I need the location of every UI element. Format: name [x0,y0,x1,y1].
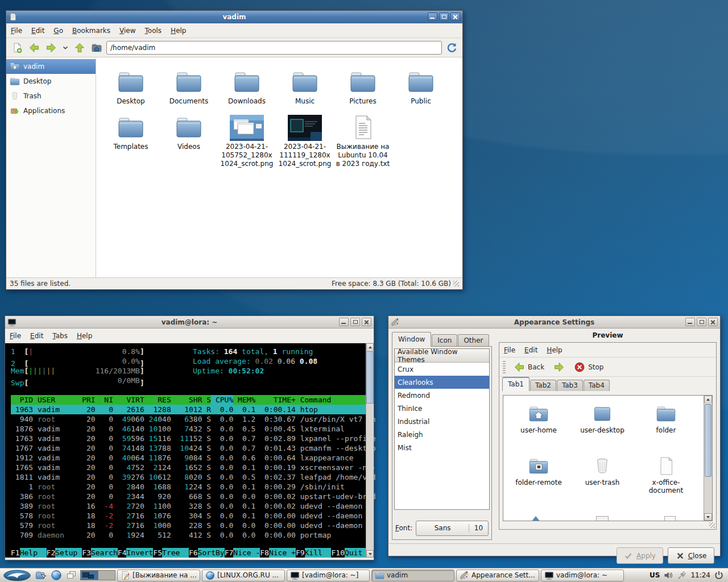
menu-item[interactable]: Help [542,344,566,356]
process-row[interactable]: 389root16-427201100328S0.00.10:00.02udev… [11,501,366,511]
start-menu-button[interactable] [2,569,32,581]
taskbar-task-button[interactable]: vadim@lora: ~ [541,569,624,581]
process-row[interactable]: 940root20049060240406380S0.01.20:30.67/u… [11,414,366,424]
theme-item[interactable]: Industrial [395,415,489,428]
function-key[interactable]: F8Nice + [260,548,296,558]
file-manager-titlebar[interactable]: vadim [6,11,462,23]
appearance-titlebar[interactable]: Appearance Settings [388,316,720,329]
volume-icon[interactable] [663,570,673,580]
function-key[interactable]: F9Kill [296,548,332,558]
up-button[interactable] [72,40,87,55]
terminal-titlebar[interactable]: vadim@lora: ~ [5,316,374,329]
minimize-button[interactable] [685,318,695,326]
resize-grip[interactable] [709,522,715,528]
menu-item[interactable]: Help [72,330,97,342]
preview-tab[interactable]: Tab4 [584,380,610,391]
menu-item[interactable]: Bookmarks [68,24,115,37]
menu-item[interactable]: Tools [140,24,167,37]
process-row[interactable]: 709daemon2001924512412S0.00.00:00.00port… [11,530,366,540]
resize-grip[interactable] [453,281,459,286]
preview-icon-item[interactable]: folder [634,400,698,452]
menu-item[interactable]: Help [166,24,191,37]
menu-item[interactable]: File [499,344,520,356]
network-plug-icon[interactable] [677,570,687,580]
file-item[interactable]: Downloads [220,66,274,106]
scroll-down-button[interactable] [704,513,712,521]
scroll-down-button[interactable] [366,550,374,558]
menu-item[interactable]: Go [49,24,68,37]
menu-item[interactable]: Edit [520,344,542,356]
scrollbar-thumb[interactable] [366,351,374,404]
file-item[interactable]: Documents [162,66,216,106]
terminal-scrollbar[interactable] [366,343,374,558]
close-button[interactable] [362,318,371,326]
scroll-up-button[interactable] [704,396,712,403]
close-button[interactable] [450,13,460,21]
file-item[interactable]: 2023-04-21-111119_1280x1024_scrot.png [278,111,332,168]
toolbar-handle[interactable] [503,361,506,373]
settings-tab[interactable]: Icon [432,334,457,347]
sidebar-item[interactable]: vadim [6,59,96,74]
maximize-button[interactable] [350,318,360,326]
theme-list-header[interactable]: Available Window Themes [395,349,489,363]
preview-tab[interactable]: Tab2 [530,380,556,391]
menu-item[interactable]: Edit [27,24,49,37]
power-icon[interactable] [714,570,724,580]
taskbar-task-button[interactable]: Appearance Sett... [456,569,539,581]
theme-item[interactable]: Redmond [395,389,489,402]
taskbar-task-button[interactable]: [LINUX.ORG.RU ... [202,569,285,581]
theme-item[interactable]: ThinIce [395,402,489,415]
function-key[interactable]: F5Tree [153,548,189,558]
process-row[interactable]: 579root18-227161000228S0.00.00:00.00udev… [11,521,366,530]
process-row[interactable]: 1767vadim200741481378810424S0.00.70:01.4… [11,443,366,453]
process-row[interactable]: 1765vadim200475221241652S0.00.10:00.19xs… [11,463,366,472]
file-item[interactable]: Выживание на Lubuntu 10.04 в 2023 году.t… [336,111,390,168]
clock[interactable]: 11:24 [690,571,710,579]
sidebar-item[interactable]: Desktop [6,74,96,89]
desktop-pager[interactable] [80,570,115,580]
preview-back-button[interactable]: Back [511,360,547,374]
minimize-button[interactable] [428,13,437,21]
close-button[interactable] [708,318,718,326]
reload-button[interactable] [444,40,459,55]
file-item[interactable]: Music [278,66,332,106]
process-row[interactable]: 578root18-227161076304S0.00.10:00.00udev… [11,511,366,521]
function-key[interactable]: F6SortBy [189,548,225,558]
file-item[interactable]: Pictures [336,66,390,106]
function-key[interactable]: F7Nice - [225,548,260,558]
function-key[interactable]: F2Setup [47,548,82,558]
home-button[interactable] [89,40,104,55]
preview-icon-item[interactable]: user-desktop [570,400,634,452]
scrollbar-thumb[interactable] [705,404,712,477]
preview-icon-item[interactable]: user-home [507,400,570,452]
process-row[interactable]: 1763vadim200595961511611152S0.00.70:02.8… [11,434,366,443]
back-button[interactable] [27,40,42,55]
function-key[interactable]: F4Invert [118,548,154,558]
workspace-1[interactable] [81,571,98,580]
scroll-up-button[interactable] [366,343,374,351]
file-item[interactable]: Templates [104,111,158,168]
browser-launcher[interactable] [49,569,63,581]
menu-item[interactable]: Edit [26,330,48,342]
iconify-all-button[interactable] [65,569,78,581]
preview-scrollbar[interactable] [704,396,712,521]
preview-tab[interactable]: Tab3 [557,380,583,391]
menu-item[interactable]: View [115,24,140,37]
maximize-button[interactable] [439,13,449,21]
menu-item[interactable]: File [5,330,26,342]
settings-tab[interactable]: Other [458,334,489,347]
theme-item[interactable]: Raleigh [395,428,489,441]
apply-button[interactable]: Apply [617,547,663,564]
workspace-2[interactable] [98,571,115,580]
process-row[interactable]: 1912vadim20040064118769084S0.00.60:00.64… [11,453,366,463]
settings-tab[interactable]: Window [392,332,431,347]
process-row[interactable]: 1811vadim20039276106128020S0.00.50:02.37… [11,472,366,482]
file-item[interactable]: Desktop [104,66,158,106]
taskbar-task-button[interactable]: [Выживание на ... [117,569,200,581]
preview-tab[interactable]: Tab1 [502,377,530,391]
process-row[interactable]: 1root200284016881224S0.00.10:00.29/sbin/… [11,482,366,492]
theme-item[interactable]: Crux [395,363,489,376]
close-button[interactable]: Close [668,547,714,564]
preview-icon-item[interactable]: folder-remote [507,452,570,505]
htop-header-row[interactable]: PIDUSERPRINIVIRTRESSHRSCPU%MEM%TIME+Comm… [11,395,366,405]
